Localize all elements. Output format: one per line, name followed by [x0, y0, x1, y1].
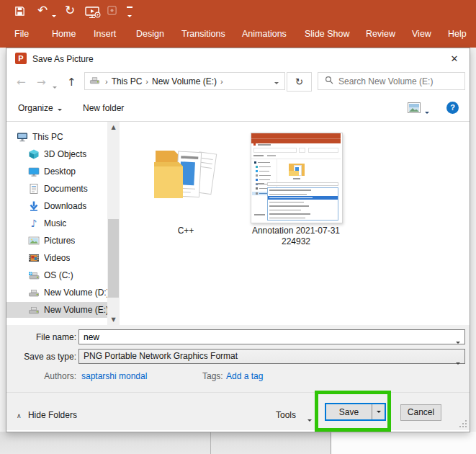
folder-label-cpp[interactable]: C++ — [148, 226, 223, 236]
dialog-titlebar: P Save As Picture ✕ — [6, 48, 470, 69]
tab-view[interactable]: View — [412, 29, 431, 39]
undo-dropdown-icon[interactable] — [52, 9, 56, 19]
file-browser: This PC 3D Objects Desktop Documents Dow… — [6, 122, 470, 325]
tab-transitions[interactable]: Transitions — [181, 29, 225, 39]
up-icon[interactable]: ↑ — [67, 76, 76, 89]
authors-value[interactable]: saptarshi mondal — [81, 371, 147, 381]
save-as-type-dropdown-icon[interactable] — [456, 355, 460, 369]
tab-insert[interactable]: Insert — [94, 29, 116, 39]
sidebar-item-os-c[interactable]: OS (C:) — [6, 267, 120, 283]
forward-icon[interactable]: → — [37, 76, 46, 89]
file-name-input[interactable] — [82, 331, 445, 344]
drive-icon — [89, 75, 100, 88]
annotation-highlight-save — [315, 391, 391, 432]
background-slide-area — [0, 432, 331, 454]
scrollbar-thumb[interactable] — [108, 219, 119, 298]
hide-folders-button[interactable]: ∧ Hide Folders — [17, 410, 77, 420]
file-name-label: File name: — [6, 332, 76, 342]
sidebar-item-documents[interactable]: Documents — [6, 181, 120, 197]
tab-design[interactable]: Design — [136, 29, 164, 39]
breadcrumb-separator: › — [105, 77, 108, 86]
save-as-type-combobox[interactable]: PNG Portable Network Graphics Format — [78, 349, 465, 364]
search-box[interactable]: Search New Volume (E:) — [318, 72, 465, 90]
dialog-title: Save As Picture — [32, 54, 94, 64]
resize-grip[interactable] — [460, 421, 467, 427]
undo-icon[interactable]: ↶ — [37, 3, 48, 17]
save-icon[interactable] — [14, 6, 25, 20]
file-name-combobox[interactable] — [78, 329, 465, 344]
command-bar: Organize New folder ? — [6, 96, 470, 122]
save-as-type-label: Save as type: — [6, 352, 76, 362]
thumb-titlebar — [251, 133, 341, 138]
search-icon — [325, 76, 333, 86]
folder-icon-cpp[interactable] — [148, 135, 223, 209]
background-divider — [210, 432, 211, 454]
add-a-tag[interactable]: Add a tag — [226, 371, 263, 381]
breadcrumb[interactable]: › This PC › New Volume (E:) › — [84, 72, 285, 90]
back-icon[interactable]: ← — [17, 76, 26, 89]
drive-icon — [28, 287, 40, 298]
os-drive-icon — [28, 270, 40, 281]
scroll-down-icon[interactable]: ▼ — [107, 316, 120, 323]
sidebar-item-3d-objects[interactable]: 3D Objects — [6, 146, 120, 162]
sidebar-item-downloads[interactable]: Downloads — [6, 198, 120, 214]
tab-review[interactable]: Review — [366, 29, 395, 39]
sidebar-item-this-pc[interactable]: This PC — [6, 129, 120, 145]
tab-animations[interactable]: Animations — [242, 29, 287, 39]
tab-home[interactable]: Home — [52, 29, 76, 39]
tab-slide-show[interactable]: Slide Show — [305, 29, 350, 39]
recent-locations-icon[interactable] — [53, 81, 57, 91]
new-folder-button[interactable]: New folder — [83, 103, 124, 113]
tags-label: Tags: — [202, 371, 223, 381]
cancel-button[interactable]: Cancel — [400, 404, 441, 421]
breadcrumb-new-volume-e[interactable]: New Volume (E:) — [152, 76, 217, 86]
dialog-footer: ∧ Hide Folders Tools Save Cancel — [6, 392, 470, 430]
refresh-icon[interactable]: ↻ — [287, 72, 312, 92]
breadcrumb-separator: › — [145, 77, 148, 86]
sidebar-item-videos[interactable]: Videos — [6, 250, 120, 266]
tools-dropdown-icon[interactable] — [307, 414, 312, 424]
drive-icon — [28, 304, 40, 316]
powerpoint-icon: P — [15, 53, 27, 64]
file-label-annotation[interactable]: Annotation 2021-07-31 224932 — [233, 226, 359, 247]
powerpoint-ribbon: ↶ ↻ File Home Insert Design Transitions … — [0, 0, 476, 48]
save-as-picture-dialog: P Save As Picture ✕ ← → ↑ › This PC › Ne… — [6, 48, 470, 432]
start-from-beginning-icon[interactable] — [85, 6, 101, 21]
breadcrumb-dropdown-icon[interactable] — [274, 76, 279, 86]
sidebar-item-new-volume-d[interactable]: New Volume (D:) — [6, 285, 120, 301]
download-arrow-icon — [28, 200, 40, 212]
file-form-section: File name: Save as type: PNG Portable Ne… — [6, 325, 470, 392]
desktop-icon — [28, 166, 40, 177]
help-icon[interactable]: ? — [446, 102, 459, 114]
film-icon — [28, 252, 40, 264]
tab-file[interactable]: File — [14, 29, 29, 39]
touch-mode-icon — [107, 5, 117, 19]
sidebar-item-desktop[interactable]: Desktop — [6, 164, 120, 179]
search-placeholder: Search New Volume (E:) — [338, 76, 433, 86]
breadcrumb-this-pc[interactable]: This PC — [112, 76, 143, 86]
computer-icon — [17, 131, 28, 143]
cube-3d-icon — [28, 148, 40, 160]
authors-label: Authors: — [6, 371, 76, 381]
sidebar-item-music[interactable]: ♪ Music — [6, 215, 120, 231]
tools-button[interactable]: Tools — [276, 410, 296, 420]
sidebar-item-pictures[interactable]: Pictures — [6, 233, 120, 249]
file-thumbnail-annotation[interactable] — [251, 133, 343, 223]
close-icon[interactable]: ✕ — [444, 50, 465, 68]
background-panel — [331, 432, 476, 454]
breadcrumb-separator: › — [220, 77, 223, 86]
picture-icon — [28, 235, 40, 246]
sidebar-item-new-volume-e[interactable]: New Volume (E:) — [6, 302, 120, 318]
music-note-icon: ♪ — [28, 218, 40, 229]
change-view-icon[interactable] — [408, 102, 421, 115]
tab-help[interactable]: Help — [448, 29, 467, 39]
scroll-up-icon[interactable]: ▲ — [107, 124, 120, 130]
change-view-dropdown-icon[interactable] — [425, 106, 429, 116]
screenshot-root: ↶ ↻ File Home Insert Design Transitions … — [0, 0, 476, 454]
sidebar-scrollbar[interactable]: ▲ ▼ — [107, 122, 120, 325]
organize-button[interactable]: Organize — [18, 103, 62, 113]
file-name-dropdown-icon[interactable] — [456, 336, 460, 346]
document-icon — [28, 183, 40, 195]
repeat-icon[interactable]: ↻ — [65, 3, 75, 17]
